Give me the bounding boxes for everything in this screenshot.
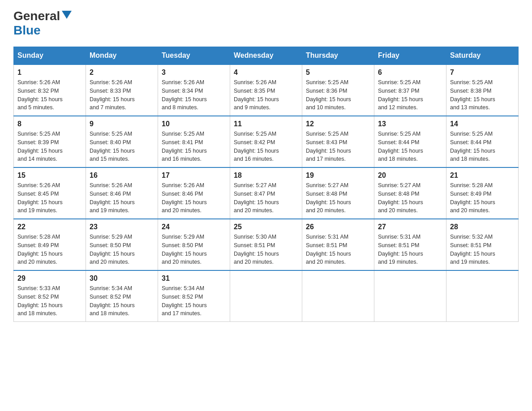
day-number: 11 xyxy=(234,120,298,128)
calendar-day-cell: 3 Sunrise: 5:26 AM Sunset: 8:34 PM Dayli… xyxy=(158,64,230,116)
day-info: Sunrise: 5:31 AM Sunset: 8:51 PM Dayligh… xyxy=(306,233,370,266)
logo: General Blue xyxy=(13,9,72,38)
calendar-day-cell: 24 Sunrise: 5:29 AM Sunset: 8:50 PM Dayl… xyxy=(158,219,230,270)
calendar-header-saturday: Saturday xyxy=(446,47,519,65)
calendar-day-cell: 18 Sunrise: 5:27 AM Sunset: 8:47 PM Dayl… xyxy=(230,167,302,219)
day-number: 26 xyxy=(306,223,370,231)
day-number: 22 xyxy=(17,223,82,231)
calendar-day-cell xyxy=(302,270,374,322)
day-info: Sunrise: 5:29 AM Sunset: 8:50 PM Dayligh… xyxy=(90,233,154,266)
calendar-header-sunday: Sunday xyxy=(14,47,86,65)
day-number: 3 xyxy=(162,68,226,77)
calendar-day-cell xyxy=(446,270,519,322)
day-info: Sunrise: 5:26 AM Sunset: 8:46 PM Dayligh… xyxy=(90,181,154,215)
calendar-week-2: 8 Sunrise: 5:25 AM Sunset: 8:39 PM Dayli… xyxy=(14,116,519,167)
calendar-header-tuesday: Tuesday xyxy=(158,47,230,65)
calendar-day-cell xyxy=(374,270,446,322)
day-number: 18 xyxy=(234,171,298,180)
day-number: 19 xyxy=(306,171,370,180)
calendar-week-5: 29 Sunrise: 5:33 AM Sunset: 8:52 PM Dayl… xyxy=(14,270,519,322)
calendar-header-row: SundayMondayTuesdayWednesdayThursdayFrid… xyxy=(14,47,519,65)
calendar-day-cell: 12 Sunrise: 5:25 AM Sunset: 8:43 PM Dayl… xyxy=(302,116,374,167)
day-number: 17 xyxy=(162,171,226,180)
day-number: 20 xyxy=(378,171,442,180)
calendar-day-cell: 13 Sunrise: 5:25 AM Sunset: 8:44 PM Dayl… xyxy=(374,116,446,167)
day-info: Sunrise: 5:26 AM Sunset: 8:45 PM Dayligh… xyxy=(17,181,82,215)
day-info: Sunrise: 5:27 AM Sunset: 8:48 PM Dayligh… xyxy=(378,181,442,215)
day-info: Sunrise: 5:25 AM Sunset: 8:36 PM Dayligh… xyxy=(306,78,370,112)
calendar-header-wednesday: Wednesday xyxy=(230,47,302,65)
calendar-day-cell: 31 Sunrise: 5:34 AM Sunset: 8:52 PM Dayl… xyxy=(158,270,230,322)
calendar-day-cell: 16 Sunrise: 5:26 AM Sunset: 8:46 PM Dayl… xyxy=(86,167,158,219)
day-info: Sunrise: 5:33 AM Sunset: 8:52 PM Dayligh… xyxy=(17,284,82,318)
calendar-day-cell: 30 Sunrise: 5:34 AM Sunset: 8:52 PM Dayl… xyxy=(86,270,158,322)
day-info: Sunrise: 5:26 AM Sunset: 8:46 PM Dayligh… xyxy=(162,181,226,215)
day-info: Sunrise: 5:25 AM Sunset: 8:44 PM Dayligh… xyxy=(450,130,515,163)
day-number: 24 xyxy=(162,223,226,231)
day-info: Sunrise: 5:26 AM Sunset: 8:33 PM Dayligh… xyxy=(90,78,154,112)
calendar-day-cell: 4 Sunrise: 5:26 AM Sunset: 8:35 PM Dayli… xyxy=(230,64,302,116)
calendar-header-friday: Friday xyxy=(374,47,446,65)
day-info: Sunrise: 5:26 AM Sunset: 8:35 PM Dayligh… xyxy=(234,78,298,112)
day-number: 10 xyxy=(162,120,226,128)
logo-blue-text: Blue xyxy=(13,23,41,38)
day-info: Sunrise: 5:26 AM Sunset: 8:32 PM Dayligh… xyxy=(17,78,82,112)
calendar-week-4: 22 Sunrise: 5:28 AM Sunset: 8:49 PM Dayl… xyxy=(14,219,519,270)
day-info: Sunrise: 5:25 AM Sunset: 8:37 PM Dayligh… xyxy=(378,78,442,112)
day-info: Sunrise: 5:27 AM Sunset: 8:47 PM Dayligh… xyxy=(234,181,298,215)
day-info: Sunrise: 5:25 AM Sunset: 8:44 PM Dayligh… xyxy=(378,130,442,163)
calendar-day-cell: 6 Sunrise: 5:25 AM Sunset: 8:37 PM Dayli… xyxy=(374,64,446,116)
day-info: Sunrise: 5:28 AM Sunset: 8:49 PM Dayligh… xyxy=(17,233,82,266)
day-info: Sunrise: 5:32 AM Sunset: 8:51 PM Dayligh… xyxy=(450,233,515,266)
calendar-day-cell: 26 Sunrise: 5:31 AM Sunset: 8:51 PM Dayl… xyxy=(302,219,374,270)
day-number: 15 xyxy=(17,171,82,180)
calendar-day-cell: 22 Sunrise: 5:28 AM Sunset: 8:49 PM Dayl… xyxy=(14,219,86,270)
calendar-day-cell: 11 Sunrise: 5:25 AM Sunset: 8:42 PM Dayl… xyxy=(230,116,302,167)
calendar-day-cell: 2 Sunrise: 5:26 AM Sunset: 8:33 PM Dayli… xyxy=(86,64,158,116)
day-info: Sunrise: 5:25 AM Sunset: 8:42 PM Dayligh… xyxy=(234,130,298,163)
calendar-day-cell: 28 Sunrise: 5:32 AM Sunset: 8:51 PM Dayl… xyxy=(446,219,519,270)
calendar-table: SundayMondayTuesdayWednesdayThursdayFrid… xyxy=(13,47,519,322)
page-header: General Blue xyxy=(13,9,519,38)
calendar-day-cell: 14 Sunrise: 5:25 AM Sunset: 8:44 PM Dayl… xyxy=(446,116,519,167)
calendar-day-cell: 25 Sunrise: 5:30 AM Sunset: 8:51 PM Dayl… xyxy=(230,219,302,270)
calendar-day-cell: 21 Sunrise: 5:28 AM Sunset: 8:49 PM Dayl… xyxy=(446,167,519,219)
day-number: 31 xyxy=(162,274,226,283)
calendar-day-cell: 20 Sunrise: 5:27 AM Sunset: 8:48 PM Dayl… xyxy=(374,167,446,219)
logo-triangle-icon xyxy=(62,11,72,21)
calendar-day-cell: 19 Sunrise: 5:27 AM Sunset: 8:48 PM Dayl… xyxy=(302,167,374,219)
day-info: Sunrise: 5:34 AM Sunset: 8:52 PM Dayligh… xyxy=(162,284,226,318)
calendar-day-cell: 10 Sunrise: 5:25 AM Sunset: 8:41 PM Dayl… xyxy=(158,116,230,167)
calendar-day-cell: 29 Sunrise: 5:33 AM Sunset: 8:52 PM Dayl… xyxy=(14,270,86,322)
calendar-header-monday: Monday xyxy=(86,47,158,65)
calendar-day-cell: 17 Sunrise: 5:26 AM Sunset: 8:46 PM Dayl… xyxy=(158,167,230,219)
day-number: 4 xyxy=(234,68,298,77)
day-number: 27 xyxy=(378,223,442,231)
calendar-week-1: 1 Sunrise: 5:26 AM Sunset: 8:32 PM Dayli… xyxy=(14,64,519,116)
day-number: 8 xyxy=(17,120,82,128)
day-info: Sunrise: 5:29 AM Sunset: 8:50 PM Dayligh… xyxy=(162,233,226,266)
day-number: 16 xyxy=(90,171,154,180)
logo-general-text: General xyxy=(13,9,60,23)
day-number: 1 xyxy=(17,68,82,77)
day-info: Sunrise: 5:28 AM Sunset: 8:49 PM Dayligh… xyxy=(450,181,515,215)
day-info: Sunrise: 5:27 AM Sunset: 8:48 PM Dayligh… xyxy=(306,181,370,215)
calendar-week-3: 15 Sunrise: 5:26 AM Sunset: 8:45 PM Dayl… xyxy=(14,167,519,219)
calendar-day-cell: 23 Sunrise: 5:29 AM Sunset: 8:50 PM Dayl… xyxy=(86,219,158,270)
day-number: 29 xyxy=(17,274,82,283)
day-number: 30 xyxy=(90,274,154,283)
svg-marker-0 xyxy=(62,11,72,19)
day-info: Sunrise: 5:34 AM Sunset: 8:52 PM Dayligh… xyxy=(90,284,154,318)
day-number: 21 xyxy=(450,171,515,180)
day-number: 13 xyxy=(378,120,442,128)
day-info: Sunrise: 5:25 AM Sunset: 8:43 PM Dayligh… xyxy=(306,130,370,163)
day-info: Sunrise: 5:30 AM Sunset: 8:51 PM Dayligh… xyxy=(234,233,298,266)
day-number: 14 xyxy=(450,120,515,128)
calendar-day-cell xyxy=(230,270,302,322)
day-number: 12 xyxy=(306,120,370,128)
calendar-day-cell: 9 Sunrise: 5:25 AM Sunset: 8:40 PM Dayli… xyxy=(86,116,158,167)
calendar-day-cell: 15 Sunrise: 5:26 AM Sunset: 8:45 PM Dayl… xyxy=(14,167,86,219)
calendar-day-cell: 1 Sunrise: 5:26 AM Sunset: 8:32 PM Dayli… xyxy=(14,64,86,116)
day-number: 28 xyxy=(450,223,515,231)
day-info: Sunrise: 5:25 AM Sunset: 8:41 PM Dayligh… xyxy=(162,130,226,163)
